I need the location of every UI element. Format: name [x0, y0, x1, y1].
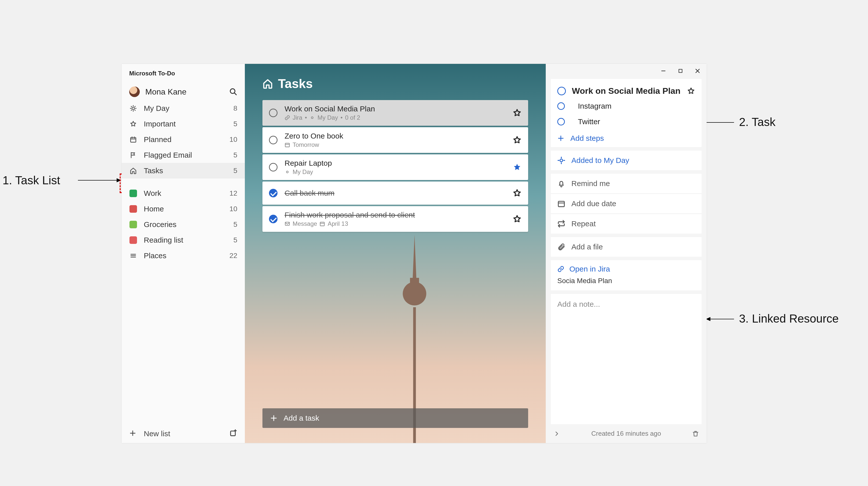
- task-row[interactable]: Call back mum: [262, 182, 528, 205]
- sidebar-item-count: 12: [227, 189, 237, 198]
- details-footer: Created 16 minutes ago: [546, 424, 707, 443]
- complete-checkbox[interactable]: [557, 87, 566, 95]
- hide-panel-icon[interactable]: [553, 430, 560, 437]
- add-step-button[interactable]: Add steps: [551, 129, 702, 147]
- due-row[interactable]: Add due date: [551, 193, 702, 213]
- sidebar-item-work[interactable]: Work 12: [122, 186, 245, 201]
- sidebar-item-label: Groceries: [144, 220, 227, 229]
- home-icon: [262, 79, 273, 89]
- sidebar-item-label: Tasks: [144, 166, 227, 175]
- sidebar-item-home[interactable]: Home 10: [122, 201, 245, 217]
- sidebar-item-count: 5: [227, 220, 237, 229]
- sidebar-item-planned[interactable]: Planned 10: [122, 132, 245, 147]
- sidebar-item-tasks[interactable]: Tasks 5: [122, 163, 245, 179]
- repeat-icon: [557, 220, 565, 228]
- list-color-icon: [129, 205, 137, 213]
- task-meta: Tomorrow: [284, 141, 513, 148]
- new-group-icon[interactable]: [229, 429, 237, 438]
- svg-line-8: [135, 110, 135, 110]
- add-task-input[interactable]: Add a task: [262, 408, 528, 428]
- star-icon[interactable]: [513, 163, 522, 172]
- user-row[interactable]: Mona Kane: [122, 83, 245, 100]
- smart-lists: My Day 8 Important 5 Planned 10 Flagged …: [122, 100, 245, 179]
- new-list-label: New list: [144, 429, 170, 438]
- linked-resource[interactable]: Open in Jira Socia Media Plan: [551, 260, 702, 291]
- svg-point-2: [132, 107, 134, 110]
- sidebar-item-label: Places: [144, 251, 227, 260]
- plus-icon: [270, 414, 278, 422]
- sidebar-item-label: Important: [144, 120, 227, 128]
- step-checkbox[interactable]: [557, 102, 565, 110]
- sidebar-item-places[interactable]: Places 22: [122, 248, 245, 264]
- file-row[interactable]: Add a file: [551, 237, 702, 257]
- maximize-button[interactable]: [677, 67, 684, 74]
- sidebar-item-label: Reading list: [144, 236, 227, 244]
- trash-icon[interactable]: [692, 430, 699, 437]
- complete-checkbox[interactable]: [269, 109, 278, 117]
- task-row[interactable]: Repair Laptop My Day: [262, 154, 528, 180]
- sidebar-item-count: 22: [227, 252, 237, 260]
- task-title: Finish work proposal and send to client: [284, 211, 513, 219]
- note-input[interactable]: Add a note...: [551, 294, 702, 424]
- sidebar-item-count: 5: [227, 151, 237, 159]
- sidebar-item-important[interactable]: Important 5: [122, 116, 245, 132]
- step-label: Twitter: [578, 117, 600, 126]
- svg-point-30: [286, 171, 288, 173]
- sidebar-item-count: 5: [227, 120, 237, 128]
- sidebar-item-flagged[interactable]: Flagged Email 5: [122, 147, 245, 163]
- sidebar-item-label: My Day: [144, 104, 227, 113]
- close-button[interactable]: [694, 67, 701, 74]
- task-row[interactable]: Finish work proposal and send to client …: [262, 206, 528, 232]
- sidebar-item-count: 5: [227, 167, 237, 175]
- task-detail-title[interactable]: Work on Social Media Plan: [572, 86, 681, 96]
- task-step[interactable]: Twitter: [551, 114, 702, 129]
- star-icon[interactable]: [513, 188, 522, 198]
- svg-rect-31: [285, 222, 289, 225]
- task-list: Work on Social Media Plan Jira • My Day …: [245, 100, 546, 232]
- sidebar-item-count: 8: [227, 104, 237, 112]
- remind-row[interactable]: Remind me: [551, 174, 702, 193]
- new-list-button[interactable]: New list: [122, 424, 245, 443]
- sun-icon: [129, 104, 137, 112]
- schedule-group: Remind me Add due date Repeat: [551, 174, 702, 234]
- task-title: Zero to One book: [284, 132, 513, 140]
- link-icon: [557, 266, 564, 273]
- svg-rect-25: [410, 278, 419, 287]
- sidebar-item-reading[interactable]: Reading list 5: [122, 232, 245, 248]
- star-icon[interactable]: [687, 87, 695, 95]
- calendar-icon: [557, 200, 565, 208]
- avatar: [129, 87, 140, 97]
- annotation-1-label: 1. Task List: [2, 174, 60, 187]
- minimize-button[interactable]: [660, 67, 667, 74]
- main-title-row: Tasks: [245, 64, 546, 100]
- main-panel: Tasks Work on Social Media Plan Jira • M…: [245, 64, 546, 443]
- sidebar-item-groceries[interactable]: Groceries 5: [122, 217, 245, 232]
- complete-checkbox[interactable]: [269, 189, 278, 198]
- sun-icon: [557, 156, 565, 164]
- sun-icon: [284, 169, 290, 175]
- star-icon[interactable]: [513, 109, 522, 117]
- task-row[interactable]: Zero to One book Tomorrow: [262, 127, 528, 153]
- user-name: Mona Kane: [145, 87, 229, 96]
- complete-checkbox[interactable]: [269, 215, 278, 223]
- star-icon[interactable]: [513, 214, 522, 223]
- sidebar-item-myday[interactable]: My Day 8: [122, 100, 245, 116]
- task-row[interactable]: Work on Social Media Plan Jira • My Day …: [262, 100, 528, 126]
- task-step[interactable]: Instagram: [551, 98, 702, 114]
- sidebar-item-label: Planned: [144, 135, 227, 144]
- repeat-row[interactable]: Repeat: [551, 213, 702, 234]
- search-icon[interactable]: [229, 88, 237, 96]
- complete-checkbox[interactable]: [269, 163, 278, 172]
- star-icon[interactable]: [513, 135, 522, 145]
- svg-rect-47: [558, 202, 564, 207]
- annotation-1-arrow: [78, 180, 121, 181]
- myday-row[interactable]: Added to My Day: [551, 151, 702, 170]
- svg-rect-28: [285, 143, 289, 147]
- annotation-3-label: 3. Linked Resource: [739, 312, 839, 325]
- svg-rect-11: [131, 138, 136, 142]
- complete-checkbox[interactable]: [269, 136, 278, 144]
- annotation-2-label: 2. Task: [739, 115, 775, 129]
- list-color-icon: [129, 189, 137, 198]
- task-meta: Message April 13: [284, 220, 513, 227]
- step-checkbox[interactable]: [557, 118, 565, 125]
